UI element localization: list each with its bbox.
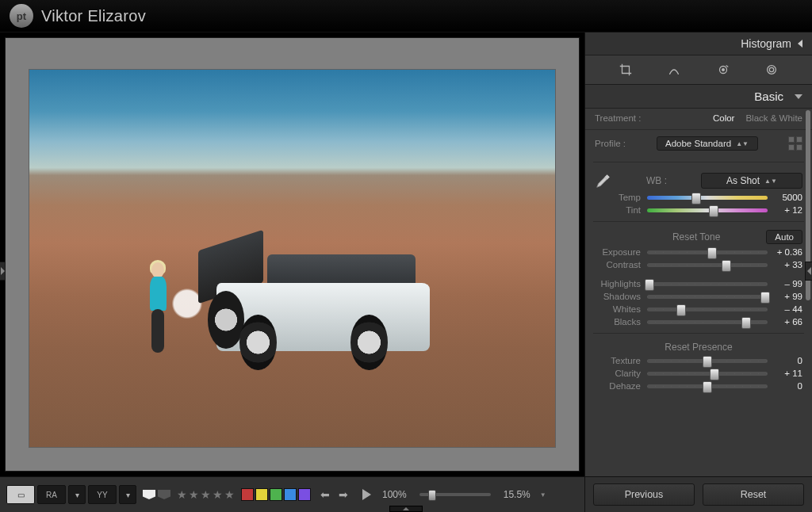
next-photo-arrow[interactable]: ➡ [335,488,351,501]
reset-button[interactable]: Reset [703,483,804,506]
blacks-value[interactable]: + 66 [774,317,802,327]
wb-eyedropper-icon[interactable] [595,172,612,189]
presence-header-row: Reset Presence [585,338,812,354]
highlights-label: Highlights [595,279,641,288]
basic-panel-body: Treatment : Color Black & White Profile … [585,109,812,476]
tint-slider[interactable] [647,208,768,212]
exposure-slider[interactable] [647,250,768,254]
histogram-header[interactable]: Histogram [585,32,812,55]
texture-value[interactable]: 0 [774,356,802,365]
temp-slider[interactable] [647,196,768,200]
blacks-slider[interactable] [647,320,768,324]
shadows-slider[interactable] [647,295,768,299]
filmstrip-toggle[interactable] [389,506,423,512]
whites-value[interactable]: – 44 [774,304,802,314]
star-3[interactable]: ★ [201,488,211,501]
shadows-value[interactable]: + 99 [774,292,802,301]
treatment-row: Treatment : Color Black & White [585,109,812,130]
profile-select[interactable]: Adobe Standard ▲▼ [657,136,758,151]
contrast-slider[interactable] [647,263,768,267]
zoom-100-label[interactable]: 100% [382,489,407,500]
identity-name: Viktor Elizarov [41,7,146,25]
basic-label: Basic [754,90,783,103]
temp-value[interactable]: 5000 [774,193,802,202]
view-loupe-button[interactable]: ▭ [6,485,35,504]
swatch-blue[interactable] [284,488,297,501]
view-mode-group: ▭ RA ▾ YY ▾ [6,485,136,504]
treatment-label: Treatment : [595,113,641,123]
slideshow-play-icon[interactable] [362,489,371,500]
profile-value: Adobe Standard [665,139,731,148]
view-ra-button[interactable]: RA [37,485,66,504]
dehaze-slider[interactable] [647,384,768,388]
previous-button[interactable]: Previous [593,483,695,506]
local-tools-strip [585,55,812,85]
view-yy-button[interactable]: YY [88,485,117,504]
highlights-slider-row: Highlights – 99 [585,277,812,290]
exposure-slider-row: Exposure + 0.36 [585,246,812,258]
blacks-label: Blacks [595,317,641,327]
auto-tone-button[interactable]: Auto [766,230,802,244]
star-5[interactable]: ★ [224,488,235,501]
profile-row: Profile : Adobe Standard ▲▼ [585,130,812,157]
temp-slider-row: Temp 5000 [585,191,812,204]
whites-slider-row: Whites – 44 [585,303,812,315]
treatment-color[interactable]: Color [713,113,734,123]
crop-icon[interactable] [618,62,634,78]
star-2[interactable]: ★ [189,488,199,501]
tint-value[interactable]: + 12 [774,205,802,215]
reset-presence-label[interactable]: Reset Presence [595,342,802,353]
dehaze-value[interactable]: 0 [774,381,802,391]
heal-brush-icon[interactable] [666,62,682,78]
svg-point-1 [722,69,724,71]
texture-slider[interactable] [647,359,768,363]
photo-person [147,262,169,353]
app-root: pt Viktor Elizarov [0,0,812,512]
brand-logo: pt [10,4,33,28]
treatment-bw[interactable]: Black & White [745,113,802,123]
flag-reject[interactable] [158,490,170,499]
histogram-label: Histogram [741,37,791,50]
view-ra-menu[interactable]: ▾ [68,485,86,504]
exposure-value[interactable]: + 0.36 [774,247,802,257]
chevron-down-icon [795,94,802,99]
flag-pick[interactable] [143,490,155,499]
updown-icon: ▲▼ [764,178,777,185]
wb-select[interactable]: As Shot ▲▼ [701,173,802,189]
zoom-slider[interactable] [419,493,491,496]
texture-label: Texture [595,356,641,365]
contrast-label: Contrast [595,260,641,269]
clarity-slider-row: Clarity + 11 [585,367,812,380]
view-yy-menu[interactable]: ▾ [119,485,136,504]
swatch-green[interactable] [270,488,282,501]
highlights-slider[interactable] [647,282,768,286]
clarity-value[interactable]: + 11 [774,369,802,378]
swatch-red[interactable] [241,488,254,501]
canvas-area[interactable] [5,37,580,472]
right-panel-toggle[interactable] [805,262,812,281]
highlights-value[interactable]: – 99 [774,279,802,288]
dehaze-label: Dehaze [595,381,641,391]
svg-point-2 [767,66,776,75]
contrast-value[interactable]: + 33 [774,260,802,269]
whites-slider[interactable] [647,308,768,311]
thumbnail-size-label: 15.5% [504,489,530,500]
updown-icon: ▲▼ [736,140,749,147]
basic-panel-header[interactable]: Basic [585,85,812,109]
star-1[interactable]: ★ [177,488,187,501]
toolbar-menu-icon[interactable]: ▼ [537,488,550,502]
footer-toolbar: ▭ RA ▾ YY ▾ ★ ★ ★ ★ ★ [0,476,584,512]
swatch-yellow[interactable] [255,488,268,501]
radial-filter-icon[interactable] [764,62,779,78]
svg-point-3 [769,67,773,71]
profile-browser-icon[interactable] [788,136,802,151]
shadows-slider-row: Shadows + 99 [585,290,812,303]
prev-photo-arrow[interactable]: ⬅ [317,488,333,501]
star-4[interactable]: ★ [213,488,223,501]
title-bar: pt Viktor Elizarov [0,0,812,32]
tone-header-row: Reset Tone Auto [585,227,812,246]
reset-tone-label[interactable]: Reset Tone [626,231,766,243]
redeye-icon[interactable] [715,62,731,78]
clarity-slider[interactable] [647,372,768,376]
swatch-purple[interactable] [298,488,311,501]
